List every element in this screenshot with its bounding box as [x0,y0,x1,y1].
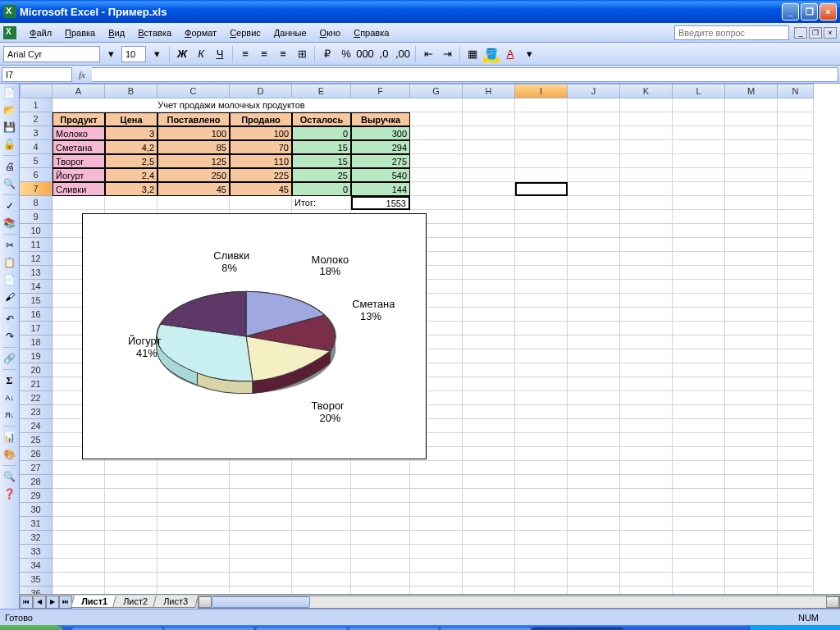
cell-H7[interactable] [463,182,515,196]
cell-I27[interactable] [515,461,568,475]
cell-M27[interactable] [725,461,778,475]
mdi-close-button[interactable]: × [824,27,837,39]
cell-J16[interactable] [568,308,620,322]
cell-A2[interactable]: Продукт [52,112,105,126]
cell-C8[interactable] [158,196,230,210]
cell-E36[interactable] [292,587,351,594]
cell-F35[interactable] [351,573,410,587]
cell-A31[interactable] [52,517,105,531]
row-header-14[interactable]: 14 [20,280,52,294]
cell-I31[interactable] [515,517,568,531]
sort-asc-button[interactable]: A↓ [2,390,17,405]
cell-H31[interactable] [463,517,515,531]
cell-A27[interactable] [52,461,105,475]
cell-D5[interactable]: 110 [230,154,292,168]
cell-N19[interactable] [778,349,814,363]
cell-C2[interactable]: Поставлено [158,112,230,126]
menu-Файл[interactable]: Файл [23,26,58,39]
tab-nav-prev[interactable]: ◀ [33,596,46,609]
cell-I18[interactable] [515,336,568,349]
cell-H15[interactable] [463,294,515,308]
cell-E32[interactable] [292,531,351,545]
cell-J29[interactable] [568,489,620,503]
cell-K19[interactable] [620,349,673,363]
cell-J4[interactable] [568,140,620,154]
cell-E6[interactable]: 25 [292,168,351,182]
cell-M17[interactable] [725,322,778,336]
cell-K20[interactable] [620,363,673,377]
cell-L3[interactable] [673,126,725,140]
cell-C34[interactable] [158,559,230,573]
row-header-34[interactable]: 34 [20,559,52,573]
cell-I21[interactable] [515,377,568,391]
cell-L9[interactable] [673,210,725,224]
cell-K36[interactable] [620,587,673,594]
formula-input[interactable] [92,67,838,82]
row-header-22[interactable]: 22 [20,391,52,405]
cell-D34[interactable] [230,559,292,573]
cell-J12[interactable] [568,252,620,266]
col-header-G[interactable]: G [410,84,463,98]
cell-E8[interactable]: Итог: [292,196,351,210]
cell-C36[interactable] [158,587,230,594]
scroll-right-button[interactable] [826,596,839,608]
permission-button[interactable]: 🔓 [2,137,17,152]
cell-E34[interactable] [292,559,351,573]
cell-L17[interactable] [673,322,725,336]
horizontal-scrollbar[interactable] [198,596,840,609]
cell-N31[interactable] [778,517,814,531]
cell-J11[interactable] [568,238,620,252]
cell-N12[interactable] [778,252,814,266]
cell-I13[interactable] [515,266,568,280]
row-header-16[interactable]: 16 [20,308,52,322]
cell-E33[interactable] [292,545,351,559]
col-header-J[interactable]: J [568,84,620,98]
cell-M33[interactable] [725,545,778,559]
cell-L5[interactable] [673,154,725,168]
row-header-25[interactable]: 25 [20,433,52,447]
decrease-indent-button[interactable]: ⇤ [420,46,436,62]
cell-A35[interactable] [52,573,105,587]
cell-J21[interactable] [568,377,620,391]
cell-L28[interactable] [673,475,725,489]
cell-E3[interactable]: 0 [292,126,351,140]
scroll-thumb[interactable] [212,596,310,608]
row-header-27[interactable]: 27 [20,461,52,475]
mdi-minimize-button[interactable]: _ [794,27,807,39]
cell-D35[interactable] [230,573,292,587]
cell-N22[interactable] [778,391,814,405]
cell-J35[interactable] [568,573,620,587]
row-header-13[interactable]: 13 [20,266,52,280]
cell-H16[interactable] [463,308,515,322]
cell-H33[interactable] [463,545,515,559]
cell-M10[interactable] [725,224,778,238]
save-button[interactable]: 💾 [2,120,17,135]
cell-N23[interactable] [778,405,814,419]
cell-D8[interactable] [230,196,292,210]
cell-H34[interactable] [463,559,515,573]
row-header-18[interactable]: 18 [20,336,52,349]
cell-M35[interactable] [725,573,778,587]
cell-E35[interactable] [292,573,351,587]
cell-M24[interactable] [725,419,778,433]
zoom-button[interactable]: 🔍 [2,469,17,484]
cell-N36[interactable] [778,587,814,594]
row-header-33[interactable]: 33 [20,545,52,559]
cell-F5[interactable]: 275 [351,154,410,168]
cell-M5[interactable] [725,154,778,168]
cell-F30[interactable] [351,503,410,517]
cell-J17[interactable] [568,322,620,336]
merge-cells-button[interactable]: ⊞ [294,46,310,62]
sheet-tab-Лист1[interactable]: Лист1 [71,596,118,608]
cell-I22[interactable] [515,391,568,405]
cell-N11[interactable] [778,238,814,252]
cell-C32[interactable] [158,531,230,545]
align-left-button[interactable]: ≡ [237,46,253,62]
cell-D2[interactable]: Продано [230,112,292,126]
row-header-15[interactable]: 15 [20,294,52,308]
cell-L10[interactable] [673,224,725,238]
cell-K34[interactable] [620,559,673,573]
cell-H11[interactable] [463,238,515,252]
cell-M31[interactable] [725,517,778,531]
cell-I26[interactable] [515,447,568,461]
